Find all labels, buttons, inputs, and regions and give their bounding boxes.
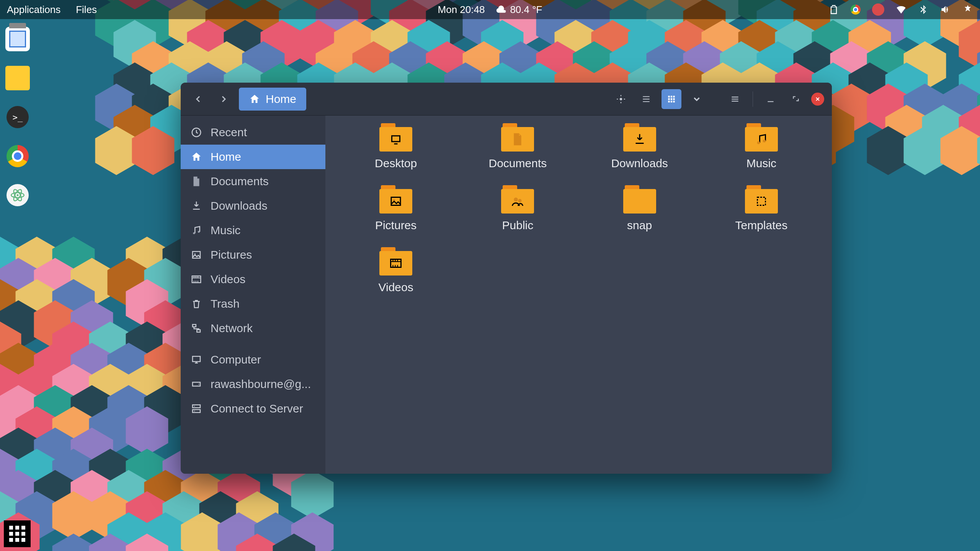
folder-label: Downloads — [611, 157, 668, 170]
svg-rect-29 — [391, 259, 401, 267]
sidebar: RecentHomeDocumentsDownloadsMusicPicture… — [181, 116, 325, 474]
volume-icon[interactable] — [940, 4, 951, 15]
home-icon — [249, 93, 260, 105]
folder-label: Templates — [735, 219, 788, 232]
sidebar-item-label: Computer — [211, 353, 261, 366]
wifi-icon[interactable] — [896, 4, 906, 15]
power-icon[interactable] — [962, 4, 973, 15]
sidebar-item-label: Documents — [211, 175, 269, 188]
files-menu[interactable]: Files — [76, 4, 97, 16]
document-icon — [191, 176, 202, 187]
sidebar-item-pictures[interactable]: Pictures — [181, 243, 325, 267]
list-view-button[interactable] — [636, 89, 656, 109]
sidebar-item-recent[interactable]: Recent — [181, 120, 325, 145]
download-icon — [191, 200, 202, 212]
folder-documents[interactable]: Documents — [472, 127, 564, 170]
nav-back-button[interactable] — [188, 89, 208, 109]
trash-icon — [191, 298, 202, 310]
grid-view-button[interactable] — [662, 89, 681, 109]
sidebar-item-network[interactable]: Network — [181, 316, 325, 341]
picture-icon — [191, 249, 202, 261]
svg-point-3 — [17, 194, 19, 196]
sidebar-item-computer[interactable]: Computer — [181, 347, 325, 372]
record-indicator-icon[interactable] — [872, 3, 884, 16]
sidebar-item-label: Recent — [211, 126, 247, 139]
file-manager-window: Home RecentHomeDocumentsDo — [181, 83, 832, 474]
server-icon — [191, 403, 202, 414]
bluetooth-icon[interactable] — [918, 4, 929, 15]
path-label: Home — [266, 93, 296, 106]
svg-point-4 — [620, 98, 622, 100]
folder-music[interactable]: Music — [715, 127, 807, 170]
folder-icon — [501, 127, 534, 152]
svg-rect-28 — [757, 197, 765, 205]
weather-icon — [495, 4, 506, 15]
svg-point-8 — [198, 231, 200, 233]
svg-point-19 — [194, 406, 195, 407]
sidebar-item-videos[interactable]: Videos — [181, 267, 325, 292]
sidebar-item-downloads[interactable]: Downloads — [181, 194, 325, 218]
folder-public[interactable]: Public — [472, 189, 564, 232]
content-area[interactable]: DesktopDocumentsDownloadsMusicPicturesPu… — [325, 116, 832, 474]
clock-icon — [191, 127, 202, 138]
folder-videos[interactable]: Videos — [350, 251, 442, 294]
folder-templates[interactable]: Templates — [715, 189, 807, 232]
folder-label: Videos — [379, 281, 413, 294]
clipboard-indicator-icon[interactable] — [828, 4, 839, 15]
nav-forward-button[interactable] — [214, 89, 234, 109]
svg-rect-12 — [193, 324, 196, 327]
sidebar-item-trash[interactable]: Trash — [181, 292, 325, 316]
sidebar-item-label: Pictures — [211, 248, 252, 261]
dock-terminal-app[interactable]: >_ — [7, 106, 29, 128]
window-titlebar[interactable]: Home — [181, 83, 832, 116]
folder-icon — [379, 127, 412, 152]
close-button[interactable] — [811, 93, 824, 106]
svg-point-16 — [198, 384, 199, 385]
svg-rect-13 — [197, 330, 200, 332]
show-applications-button[interactable] — [4, 520, 31, 547]
folder-downloads[interactable]: Downloads — [594, 127, 686, 170]
computer-icon — [191, 354, 202, 365]
dock-screenshot-app[interactable] — [5, 27, 30, 51]
svg-rect-5 — [768, 101, 773, 102]
folder-icon — [379, 189, 412, 214]
folder-label: Documents — [489, 157, 547, 170]
dock-notes-app[interactable] — [5, 66, 30, 90]
view-options-button[interactable] — [687, 89, 707, 109]
folder-label: snap — [627, 219, 652, 232]
folder-pictures[interactable]: Pictures — [350, 189, 442, 232]
sidebar-item-label: Connect to Server — [211, 402, 303, 415]
sidebar-item-label: Trash — [211, 297, 240, 310]
separator — [753, 91, 753, 107]
clock[interactable]: Mon 20:48 — [438, 4, 485, 16]
maximize-button[interactable] — [786, 89, 806, 109]
sidebar-item-documents[interactable]: Documents — [181, 169, 325, 194]
chrome-indicator-icon[interactable] — [851, 5, 861, 15]
folder-label: Music — [746, 157, 776, 170]
folder-desktop[interactable]: Desktop — [350, 127, 442, 170]
folder-snap[interactable]: snap — [594, 189, 686, 232]
path-bar[interactable]: Home — [239, 88, 306, 111]
folder-label: Public — [502, 219, 534, 232]
svg-rect-24 — [391, 197, 400, 205]
sidebar-item-label: Home — [211, 150, 241, 163]
dock-chrome-app[interactable] — [7, 145, 29, 167]
dock-atom-app[interactable] — [7, 184, 29, 206]
sidebar-item-rawashbourne-g-[interactable]: rawashbourne@g... — [181, 372, 325, 396]
weather-indicator[interactable]: 80.4 °F — [495, 4, 542, 16]
hamburger-menu-button[interactable] — [725, 89, 745, 109]
location-button[interactable] — [611, 89, 631, 109]
sidebar-item-label: Music — [211, 224, 240, 237]
svg-rect-9 — [193, 251, 200, 258]
svg-rect-21 — [392, 136, 400, 142]
apps-grid-icon — [9, 526, 25, 542]
applications-menu[interactable]: Applications — [7, 4, 60, 16]
drive-icon — [191, 378, 202, 390]
music-icon — [191, 225, 202, 236]
minimize-button[interactable] — [761, 89, 781, 109]
sidebar-item-connect-to-server[interactable]: Connect to Server — [181, 396, 325, 421]
sidebar-item-home[interactable]: Home — [181, 145, 325, 169]
network-icon — [191, 323, 202, 334]
folder-icon — [745, 127, 778, 152]
sidebar-item-music[interactable]: Music — [181, 218, 325, 243]
